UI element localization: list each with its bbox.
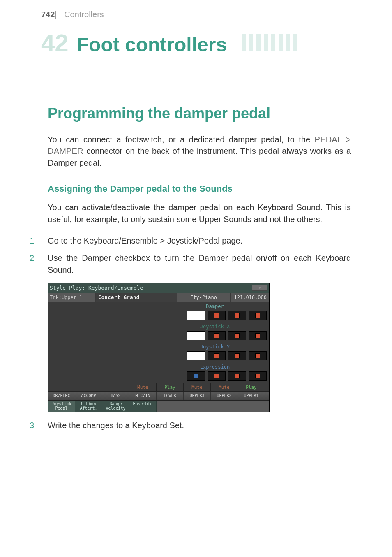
param-damper-label: Damper: [186, 302, 244, 310]
expr-upper1[interactable]: [249, 371, 267, 381]
tabs-blank: [157, 401, 269, 412]
page-meta: 742| Controllers: [41, 10, 351, 19]
chapter-number: 42: [41, 31, 69, 56]
step-number: 3: [30, 420, 34, 431]
joyy-upper3[interactable]: [208, 351, 226, 360]
joyy-lower[interactable]: [187, 351, 205, 360]
status-2: [102, 383, 129, 392]
status-5[interactable]: Mute: [184, 383, 211, 392]
track-row: DR/PERC ACCOMP BASS MIC/IN LOWER UPPER3 …: [48, 391, 269, 400]
status-4[interactable]: Play: [157, 383, 184, 392]
param-joyx-label: Joystick X: [186, 323, 244, 330]
intro-text-post: connector on the back of the instrument.…: [48, 146, 351, 167]
status-row: Mute Play Mute Mute Play: [48, 383, 269, 392]
ui-ref-damper: Damper: [82, 253, 111, 262]
damper-upper2[interactable]: [228, 311, 246, 320]
tab-range-velocity[interactable]: Range Velocity: [102, 401, 129, 412]
joyx-upper3[interactable]: [208, 331, 226, 340]
intro-paragraph: You can connect a footswitch, or a dedic…: [48, 134, 351, 169]
page-section: Controllers: [64, 10, 104, 19]
screenshot-subbar: Trk:Upper 1 Concert Grand Fty-Piano 121.…: [48, 293, 269, 302]
sound-family: Fty-Piano: [177, 293, 231, 302]
damper-lower[interactable]: [187, 311, 205, 320]
ui-ref-page: Keyboard/Ensemble > Joystick/Pedal: [84, 236, 220, 245]
status-0: [48, 383, 75, 392]
decorative-bars: [242, 34, 297, 51]
expr-lower[interactable]: [187, 371, 205, 381]
damper-upper1[interactable]: [249, 311, 267, 320]
status-1: [75, 383, 102, 392]
sound-name[interactable]: Concert Grand: [96, 293, 177, 302]
joyy-upper1[interactable]: [249, 351, 267, 360]
tab-ensemble[interactable]: Ensemble: [129, 401, 157, 412]
titlebar-text: Style Play: Keyboard/Ensemble: [50, 284, 143, 292]
track-upper1[interactable]: UPPER1: [238, 392, 265, 400]
param-expr-label: Expression: [186, 363, 244, 371]
joyx-lower[interactable]: [187, 331, 205, 340]
track-lower[interactable]: LOWER: [157, 392, 184, 400]
chapter-title: Foot controllers: [77, 35, 227, 55]
status-3[interactable]: Mute: [129, 383, 157, 392]
trk-label[interactable]: Trk:Upper 1: [48, 293, 96, 302]
tab-ribbon-aftert[interactable]: Ribbon Aftert.: [75, 401, 102, 412]
step-text-pre: Use the: [48, 253, 82, 262]
intro-text-pre: You can connect a footswitch, or a dedic…: [48, 135, 315, 144]
param-joyy-label: Joystick Y: [186, 343, 244, 350]
step-text-post: page.: [220, 236, 243, 245]
joyy-upper2[interactable]: [228, 351, 246, 360]
step-text: Write the changes to a Keyboard Set.: [48, 421, 184, 430]
subsection-heading: Assigning the Damper pedal to the Sounds: [48, 183, 351, 194]
expr-upper2[interactable]: [228, 371, 246, 381]
joyx-upper2[interactable]: [228, 331, 246, 340]
screenshot-titlebar: Style Play: Keyboard/Ensemble ▾: [48, 283, 269, 293]
joyx-upper1[interactable]: [249, 331, 267, 340]
track-drperc[interactable]: DR/PERC: [48, 392, 75, 400]
paragraph-assign-damper: You can activate/deactivate the damper p…: [48, 202, 351, 225]
step-number: 2: [30, 252, 34, 264]
step-text-pre: Go to the: [48, 236, 84, 245]
menu-dropdown-icon[interactable]: ▾: [252, 285, 267, 291]
step-2: 2 Use the Damper checkbox to turn the Da…: [48, 252, 351, 412]
track-upper2[interactable]: UPPER2: [211, 392, 238, 400]
step-number: 1: [30, 235, 34, 246]
sound-bank: 121.016.000: [231, 293, 269, 302]
page-separator: |: [55, 10, 57, 19]
track-bass[interactable]: BASS: [102, 392, 129, 400]
status-6[interactable]: Mute: [211, 383, 238, 392]
section-heading: Programming the damper pedal: [48, 105, 351, 122]
damper-upper3[interactable]: [208, 311, 226, 320]
track-upper3[interactable]: UPPER3: [184, 392, 211, 400]
page-number: 742: [41, 10, 55, 19]
step-1: 1 Go to the Keyboard/Ensemble > Joystick…: [48, 235, 351, 246]
track-accomp[interactable]: ACCOMP: [75, 392, 102, 400]
expr-upper3[interactable]: [208, 371, 226, 381]
status-7[interactable]: Play: [238, 383, 265, 392]
track-micin[interactable]: MIC/IN: [129, 392, 157, 400]
chapter-heading: 42 Foot controllers: [41, 31, 351, 56]
tabs-row: Joystick Pedal Ribbon Aftert. Range Velo…: [48, 400, 269, 412]
screenshot-joystick-pedal: Style Play: Keyboard/Ensemble ▾ Trk:Uppe…: [48, 283, 270, 412]
step-3: 3 Write the changes to a Keyboard Set.: [48, 420, 351, 431]
tab-joystick-pedal[interactable]: Joystick Pedal: [48, 401, 75, 412]
